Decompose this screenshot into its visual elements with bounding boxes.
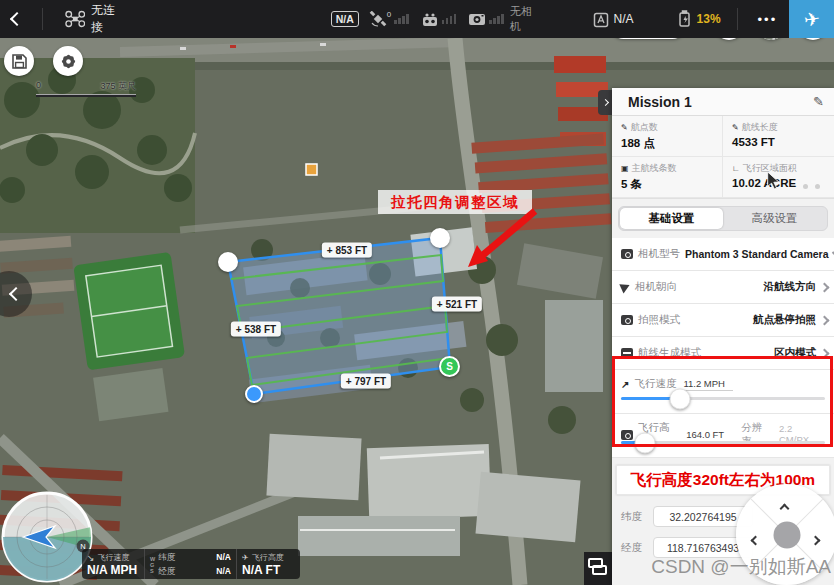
chevron-right-icon [820, 315, 830, 325]
flight-speed-row: ↗ 飞行速度 11.2 MPH [612, 370, 834, 414]
rc-signal-bars [442, 14, 457, 24]
flight-speed-slider[interactable] [621, 397, 825, 400]
stat-main-lines: ▣主航线条数 5 条 [612, 157, 723, 198]
gps-na-badge: N/A [331, 11, 359, 27]
edge-length-label-top: + 853 FT [322, 243, 372, 258]
chevron-left-icon [9, 287, 23, 301]
altitude-plane-icon: ✈ [242, 553, 249, 562]
chevron-right-icon [820, 282, 830, 292]
flight-speed-value: 11.2 MPH [681, 378, 733, 391]
edit-mission-button[interactable]: ✎ [813, 94, 824, 109]
panel-collapse-tab[interactable] [598, 90, 612, 115]
telemetry-bar: ↘飞行速度 N/A MPH WGS 纬度N/A 经度N/A ✈飞行高度 N/A … [82, 549, 300, 579]
area-icon: ∟ [732, 164, 740, 173]
mission-header: Mission 1 ✎ [612, 88, 834, 116]
edge-length-label-bottom: + 797 FT [341, 374, 391, 389]
scale-start-label: 0 [36, 80, 41, 93]
flight-readiness-icon [593, 11, 609, 28]
tab-basic-settings[interactable]: 基础设置 [620, 208, 723, 229]
setting-route-generation-mode[interactable]: 航线生成模式 区内模式 [612, 337, 834, 370]
dpad-center-button[interactable] [773, 521, 800, 548]
wgs-datum-label: WGS [150, 556, 155, 574]
camera-heading-icon [619, 281, 631, 294]
telemetry-speed: ↘飞行速度 N/A MPH [82, 549, 144, 579]
stat-route-length: ✎航线长度 4533 FT [723, 116, 834, 157]
resolution-label: 分辨率 [741, 421, 772, 449]
setting-camera-model[interactable]: 相机型号 Phantom 3 Standard Camera [612, 238, 834, 271]
drone-icon [65, 10, 86, 28]
telemetry-speed-value: N/A MPH [87, 563, 139, 577]
telemetry-coordinates: WGS 纬度N/A 经度N/A [144, 549, 236, 579]
route-start-marker[interactable]: S [439, 356, 460, 377]
chevron-right-icon [820, 348, 830, 358]
save-icon [12, 54, 27, 69]
telemetry-altitude: ✈飞行高度 N/A FT [236, 549, 300, 579]
back-chevron-icon [10, 12, 24, 26]
save-mission-button[interactable] [4, 46, 34, 76]
speed-icon: ↗ [621, 379, 629, 390]
map-settings-button[interactable] [53, 46, 83, 76]
mission-title: Mission 1 [628, 94, 813, 110]
stat-waypoint-count: ✎航点数 188 点 [612, 116, 723, 157]
mouse-cursor-secondary [767, 172, 780, 190]
mission-stats: ✎航点数 188 点 ✎航线长度 4533 FT ▣主航线条数 5 条 ∟飞行区… [612, 116, 834, 199]
tab-advanced-settings[interactable]: 高级设置 [723, 208, 826, 229]
polygon-corner-handle-top-right[interactable] [430, 228, 450, 248]
satellite-count: 0 [387, 10, 391, 19]
connection-status: 无连接 [91, 2, 125, 36]
speed-slider-thumb[interactable] [670, 388, 691, 409]
satellite-signal-bars [394, 14, 409, 24]
flight-altitude-row: 飞行高度 164.0 FT 分辨率 2.2 CM/PX [612, 414, 834, 458]
flight-altitude-value: 164.0 FT [684, 429, 736, 442]
telemetry-lat-value: N/A [175, 552, 231, 564]
battery-percent: 13% [697, 12, 721, 26]
back-button[interactable] [0, 14, 34, 24]
speed-arrow-icon: ↘ [87, 553, 95, 563]
altitude-slider-thumb[interactable] [635, 432, 656, 453]
status-bar: 无连接 N/A 0 无相机 N/A [0, 0, 834, 38]
scale-distance-label: 375 英尺 [100, 80, 136, 93]
gear-icon [60, 53, 77, 70]
camera-status: 无相机 [510, 4, 541, 34]
satellite-icon [369, 11, 387, 27]
takeoff-button[interactable]: ✈ [789, 0, 834, 38]
route-length-icon: ✎ [732, 123, 739, 132]
polygon-corner-handle-bottom-left[interactable] [245, 385, 263, 403]
telemetry-lng-value: N/A [175, 566, 231, 578]
camera-signal-bars [489, 14, 504, 24]
polygon-corner-handle-top-left[interactable] [218, 252, 238, 272]
route-mode-icon [621, 348, 633, 358]
remote-controller-icon [421, 12, 439, 27]
settings-tabs: 基础设置 高级设置 [618, 206, 828, 231]
more-menu-button[interactable]: ••• [746, 12, 790, 27]
waypoint-icon: ✎ [621, 123, 628, 132]
route-lines-icon: ▣ [621, 164, 629, 173]
map-scale-bar: 0 375 英尺 [36, 80, 136, 97]
attitude-compass-indicator: N [0, 489, 95, 585]
flight-altitude-slider[interactable] [621, 441, 825, 444]
telemetry-altitude-value: N/A FT [242, 563, 295, 577]
airplane-icon: ✈ [802, 7, 821, 32]
dpad-left-button[interactable] [752, 530, 759, 548]
red-arrow-annotation [455, 203, 550, 273]
battery-icon [678, 10, 693, 28]
readiness-value: N/A [614, 12, 634, 26]
dpad-right-button[interactable] [812, 530, 819, 548]
setting-capture-mode[interactable]: 拍照模式 航点悬停拍照 [612, 304, 834, 337]
camera-model-icon [621, 249, 633, 259]
watermark: CSDN @一别如斯AA [651, 554, 831, 580]
capture-mode-icon [621, 315, 633, 325]
setting-camera-heading[interactable]: 相机朝向 沿航线方向 [612, 271, 834, 304]
stats-pagination-dots [803, 184, 820, 189]
edge-length-label-right: + 521 FT [432, 297, 482, 312]
chevron-right-icon [601, 99, 608, 106]
altitude-icon [621, 430, 633, 440]
camera-icon [468, 12, 486, 26]
map-type-button[interactable] [584, 552, 612, 585]
edge-length-label-left: + 538 FT [231, 322, 281, 337]
dpad-up-button[interactable] [781, 498, 788, 516]
